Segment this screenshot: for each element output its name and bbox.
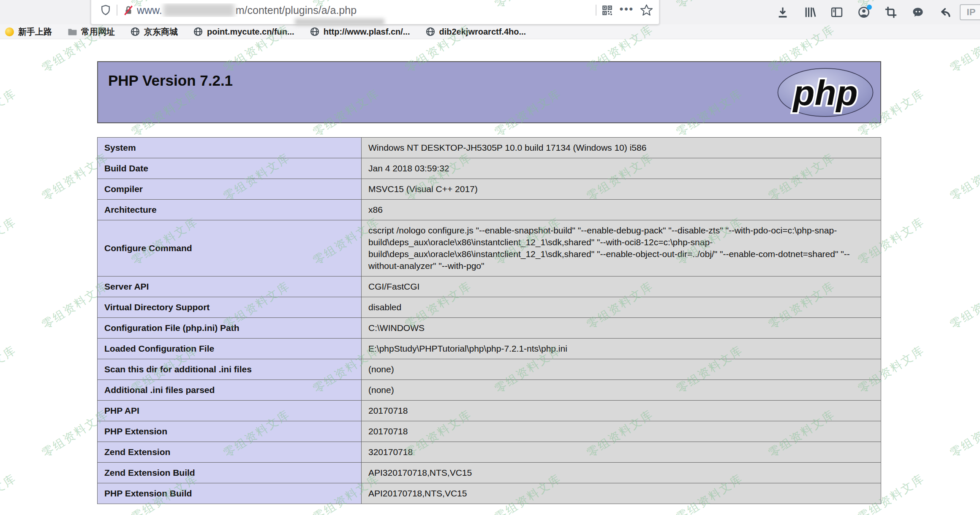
- watermark-text: 零组资料文库: [947, 150, 980, 204]
- info-value-cell: C:\WINDOWS: [362, 318, 881, 339]
- info-value-cell: CGI/FastCGI: [362, 276, 881, 297]
- info-value-cell: 20170718: [362, 401, 881, 421]
- page-actions-icon[interactable]: •••: [620, 3, 634, 15]
- info-value-cell: disabled: [362, 297, 881, 318]
- info-label-cell: PHP Extension Build: [98, 483, 362, 504]
- bookmark-item-common-sites[interactable]: 常用网址: [67, 26, 115, 38]
- info-value-cell: cscript /nologo configure.js "--enable-s…: [362, 220, 881, 276]
- bookmark-label: dib2ekjwroarctf.4ho...: [439, 27, 526, 37]
- bookmark-item-getting-started[interactable]: 新手上路: [4, 26, 52, 38]
- table-row: Configure Command cscript /nologo config…: [98, 220, 881, 276]
- browser-toolbar: www. m/content/plugins/a/a.php •••: [0, 0, 980, 24]
- table-row: Build Date Jan 4 2018 03:59:32: [98, 158, 881, 179]
- redacted-domain: [163, 3, 234, 17]
- phpinfo-table: System Windows NT DESKTOP-JH5305P 10.0 b…: [97, 137, 881, 504]
- url-text: www. m/content/plugins/a/a.php: [137, 3, 591, 17]
- table-row: Server API CGI/FastCGI: [98, 276, 881, 297]
- table-row: System Windows NT DESKTOP-JH5305P 10.0 b…: [98, 138, 881, 158]
- table-row: PHP Extension Build API20170718,NTS,VC15: [98, 483, 881, 504]
- info-value-cell: x86: [362, 200, 881, 220]
- info-label-cell: Loaded Configuration File: [98, 339, 362, 359]
- info-label-cell: Compiler: [98, 179, 362, 200]
- info-value-cell: Jan 4 2018 03:59:32: [362, 158, 881, 179]
- phpinfo-table-body: System Windows NT DESKTOP-JH5305P 10.0 b…: [98, 138, 881, 504]
- watermark-text: 零组资料文库: [947, 278, 980, 332]
- bookmark-item-plasf[interactable]: http://www.plasf.cn/...: [310, 27, 410, 37]
- info-label-cell: Additional .ini files parsed: [98, 380, 362, 401]
- bookmark-label: 京东商城: [144, 26, 178, 38]
- page-title: PHP Version 7.2.1: [108, 72, 233, 89]
- info-label-cell: Scan this dir for additional .ini files: [98, 359, 362, 380]
- screenshot-crop-icon[interactable]: [885, 6, 897, 19]
- ip-proxy-badge[interactable]: IP: [960, 4, 980, 20]
- table-row: Compiler MSVC15 (Visual C++ 2017): [98, 179, 881, 200]
- messenger-chat-icon[interactable]: [912, 6, 924, 19]
- info-label-cell: PHP Extension: [98, 421, 362, 442]
- bookmark-label: http://www.plasf.cn/...: [324, 27, 410, 37]
- info-value-cell: (none): [362, 380, 881, 401]
- globe-icon: [310, 27, 320, 37]
- info-label-cell: Zend Extension: [98, 442, 362, 463]
- watermark-text: 零组资料文库: [947, 407, 980, 461]
- bookmark-item-ctf[interactable]: dib2ekjwroarctf.4ho...: [425, 27, 526, 37]
- info-value-cell: (none): [362, 359, 881, 380]
- bookmark-label: point.mycute.cn/fun...: [207, 27, 294, 37]
- info-label-cell: Build Date: [98, 158, 362, 179]
- page-action-separator: [596, 5, 596, 16]
- info-label-cell: PHP API: [98, 401, 362, 421]
- info-label-cell: Architecture: [98, 200, 362, 220]
- table-row: Scan this dir for additional .ini files …: [98, 359, 881, 380]
- toolbar-buttons: [776, 0, 951, 24]
- bookmark-item-mycute[interactable]: point.mycute.cn/fun...: [193, 27, 294, 37]
- account-notification-dot: [867, 5, 872, 10]
- info-value-cell: 20170718: [362, 421, 881, 442]
- table-row: Virtual Directory Support disabled: [98, 297, 881, 318]
- info-label-cell: Virtual Directory Support: [98, 297, 362, 318]
- info-value-cell: MSVC15 (Visual C++ 2017): [362, 179, 881, 200]
- watermark-text: 零组资料文库: [0, 471, 19, 515]
- bookmark-item-jd[interactable]: 京东商城: [130, 26, 178, 38]
- globe-icon: [193, 27, 203, 37]
- info-value-cell: API20170718,NTS,VC15: [362, 483, 881, 504]
- table-row: PHP API 20170718: [98, 401, 881, 421]
- table-row: Additional .ini files parsed (none): [98, 380, 881, 401]
- bookmark-star-icon[interactable]: [640, 4, 653, 17]
- info-label-cell: Configure Command: [98, 220, 362, 276]
- insecure-lock-icon[interactable]: [122, 4, 134, 16]
- watermark-text: 零组资料文库: [0, 342, 19, 396]
- redaction-smudge: [295, 19, 384, 25]
- info-value-cell: 320170718: [362, 442, 881, 463]
- watermark-text: 零组资料文库: [0, 86, 19, 140]
- qr-code-icon[interactable]: [602, 5, 613, 16]
- info-value-cell: API320170718,NTS,VC15: [362, 463, 881, 483]
- info-label-cell: Zend Extension Build: [98, 463, 362, 483]
- table-row: Configuration File (php.ini) Path C:\WIN…: [98, 318, 881, 339]
- php-logo-text: php: [792, 73, 858, 112]
- info-value-cell: E:\phpStudy\PHPTutorial\php\php-7.2.1-nt…: [362, 339, 881, 359]
- account-icon[interactable]: [858, 6, 870, 19]
- globe-icon: [425, 27, 436, 37]
- url-domain-prefix: www.: [137, 4, 162, 16]
- bookmark-label: 新手上路: [18, 26, 52, 38]
- folder-icon: [67, 27, 77, 37]
- tracking-protection-shield-icon[interactable]: [100, 4, 112, 16]
- url-path: m/content/plugins/a/a.php: [236, 4, 357, 16]
- library-icon[interactable]: [803, 6, 816, 19]
- table-row: Zend Extension Build API320170718,NTS,VC…: [98, 463, 881, 483]
- table-row: Zend Extension 320170718: [98, 442, 881, 463]
- info-value-cell: Windows NT DESKTOP-JH5305P 10.0 build 17…: [362, 138, 881, 158]
- table-row: PHP Extension 20170718: [98, 421, 881, 442]
- undo-arrow-icon[interactable]: [939, 6, 951, 19]
- bookmarks-bar: 新手上路 常用网址 京东商城 point.mycute.cn/fun...: [0, 24, 980, 39]
- bookmark-label: 常用网址: [81, 26, 115, 38]
- info-label-cell: Server API: [98, 276, 362, 297]
- download-icon[interactable]: [776, 6, 789, 19]
- table-row: Architecture x86: [98, 200, 881, 220]
- getting-started-icon: [4, 27, 14, 37]
- sidebar-toggle-icon[interactable]: [830, 6, 843, 19]
- php-logo: php: [776, 67, 874, 118]
- watermark-text: 零组资料文库: [0, 214, 19, 268]
- table-row: Loaded Configuration File E:\phpStudy\PH…: [98, 339, 881, 359]
- info-label-cell: Configuration File (php.ini) Path: [98, 318, 362, 339]
- urlbar-separator: [117, 5, 117, 16]
